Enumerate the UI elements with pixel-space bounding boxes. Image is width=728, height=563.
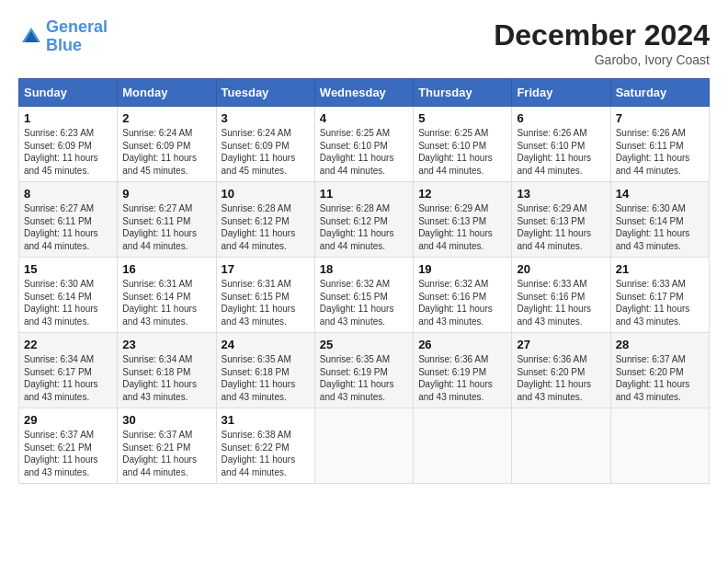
day-number: 13 — [517, 187, 605, 201]
calendar-header-row: SundayMondayTuesdayWednesdayThursdayFrid… — [19, 79, 710, 107]
calendar-cell: 7Sunrise: 6:26 AMSunset: 6:11 PMDaylight… — [610, 107, 709, 182]
title-block: December 2024 Garobo, Ivory Coast — [494, 18, 710, 67]
logo-text: General Blue — [46, 18, 108, 55]
day-number: 18 — [320, 262, 408, 276]
day-info: Sunrise: 6:24 AMSunset: 6:09 PMDaylight:… — [122, 127, 210, 177]
page: General Blue December 2024 Garobo, Ivory… — [0, 0, 728, 563]
day-number: 21 — [616, 262, 704, 276]
col-header-sunday: Sunday — [19, 79, 118, 107]
calendar-cell: 29Sunrise: 6:37 AMSunset: 6:21 PMDayligh… — [19, 408, 118, 484]
calendar-cell: 17Sunrise: 6:31 AMSunset: 6:15 PMDayligh… — [216, 258, 314, 333]
calendar-cell: 24Sunrise: 6:35 AMSunset: 6:18 PMDayligh… — [216, 333, 314, 408]
col-header-saturday: Saturday — [610, 79, 709, 107]
day-info: Sunrise: 6:23 AMSunset: 6:09 PMDaylight:… — [24, 127, 112, 177]
day-number: 24 — [222, 338, 310, 351]
day-info: Sunrise: 6:24 AMSunset: 6:09 PMDaylight:… — [222, 127, 310, 177]
calendar-cell: 21Sunrise: 6:33 AMSunset: 6:17 PMDayligh… — [610, 258, 709, 333]
day-info: Sunrise: 6:33 AMSunset: 6:17 PMDaylight:… — [616, 278, 704, 327]
day-info: Sunrise: 6:26 AMSunset: 6:11 PMDaylight:… — [616, 127, 704, 177]
calendar-cell: 20Sunrise: 6:33 AMSunset: 6:16 PMDayligh… — [512, 258, 610, 333]
calendar-table: SundayMondayTuesdayWednesdayThursdayFrid… — [18, 78, 710, 484]
calendar-cell: 11Sunrise: 6:28 AMSunset: 6:12 PMDayligh… — [314, 182, 413, 258]
day-info: Sunrise: 6:35 AMSunset: 6:18 PMDaylight:… — [222, 353, 310, 403]
calendar-cell: 15Sunrise: 6:30 AMSunset: 6:14 PMDayligh… — [19, 258, 118, 333]
calendar-cell: 18Sunrise: 6:32 AMSunset: 6:15 PMDayligh… — [314, 258, 413, 333]
day-info: Sunrise: 6:29 AMSunset: 6:13 PMDaylight:… — [517, 202, 605, 252]
day-info: Sunrise: 6:38 AMSunset: 6:22 PMDaylight:… — [222, 429, 310, 478]
calendar-cell — [512, 408, 610, 484]
day-info: Sunrise: 6:27 AMSunset: 6:11 PMDaylight:… — [122, 202, 210, 252]
day-info: Sunrise: 6:34 AMSunset: 6:17 PMDaylight:… — [24, 353, 112, 403]
day-number: 12 — [418, 187, 506, 201]
day-number: 28 — [616, 338, 704, 351]
day-info: Sunrise: 6:36 AMSunset: 6:19 PMDaylight:… — [418, 353, 506, 403]
day-number: 30 — [122, 413, 210, 427]
day-number: 4 — [320, 111, 408, 125]
day-info: Sunrise: 6:36 AMSunset: 6:20 PMDaylight:… — [517, 353, 605, 403]
day-number: 8 — [24, 187, 112, 201]
day-number: 31 — [222, 413, 310, 427]
day-number: 5 — [418, 111, 506, 125]
calendar-week-row: 8Sunrise: 6:27 AMSunset: 6:11 PMDaylight… — [19, 182, 710, 258]
day-info: Sunrise: 6:34 AMSunset: 6:18 PMDaylight:… — [122, 353, 210, 403]
day-number: 27 — [517, 338, 605, 351]
location: Garobo, Ivory Coast — [494, 52, 710, 67]
calendar-cell: 14Sunrise: 6:30 AMSunset: 6:14 PMDayligh… — [610, 182, 709, 258]
day-info: Sunrise: 6:35 AMSunset: 6:19 PMDaylight:… — [320, 353, 408, 403]
day-number: 9 — [122, 187, 210, 201]
day-number: 29 — [24, 413, 112, 427]
calendar-week-row: 15Sunrise: 6:30 AMSunset: 6:14 PMDayligh… — [19, 258, 710, 333]
calendar-cell — [414, 408, 512, 484]
calendar-week-row: 1Sunrise: 6:23 AMSunset: 6:09 PMDaylight… — [19, 107, 710, 182]
calendar-cell: 2Sunrise: 6:24 AMSunset: 6:09 PMDaylight… — [118, 107, 216, 182]
logo-line2: Blue — [46, 36, 82, 54]
calendar-cell: 6Sunrise: 6:26 AMSunset: 6:10 PMDaylight… — [512, 107, 610, 182]
calendar-cell: 8Sunrise: 6:27 AMSunset: 6:11 PMDaylight… — [19, 182, 118, 258]
day-number: 15 — [24, 262, 112, 276]
day-number: 7 — [616, 111, 704, 125]
calendar-cell: 1Sunrise: 6:23 AMSunset: 6:09 PMDaylight… — [19, 107, 118, 182]
day-info: Sunrise: 6:25 AMSunset: 6:10 PMDaylight:… — [418, 127, 506, 177]
day-number: 3 — [222, 111, 310, 125]
logo-line1: General — [46, 17, 108, 36]
calendar-cell: 28Sunrise: 6:37 AMSunset: 6:20 PMDayligh… — [610, 333, 709, 408]
day-info: Sunrise: 6:37 AMSunset: 6:21 PMDaylight:… — [24, 429, 112, 478]
day-number: 26 — [418, 338, 506, 351]
calendar-cell: 16Sunrise: 6:31 AMSunset: 6:14 PMDayligh… — [118, 258, 216, 333]
day-number: 2 — [122, 111, 210, 125]
day-number: 19 — [418, 262, 506, 276]
logo: General Blue — [18, 18, 108, 55]
calendar-cell: 27Sunrise: 6:36 AMSunset: 6:20 PMDayligh… — [512, 333, 610, 408]
calendar-cell: 5Sunrise: 6:25 AMSunset: 6:10 PMDaylight… — [414, 107, 512, 182]
calendar-cell — [314, 408, 413, 484]
day-number: 16 — [122, 262, 210, 276]
calendar-cell: 25Sunrise: 6:35 AMSunset: 6:19 PMDayligh… — [314, 333, 413, 408]
header: General Blue December 2024 Garobo, Ivory… — [18, 18, 710, 67]
calendar-week-row: 29Sunrise: 6:37 AMSunset: 6:21 PMDayligh… — [19, 408, 710, 484]
day-info: Sunrise: 6:32 AMSunset: 6:15 PMDaylight:… — [320, 278, 408, 327]
calendar-cell: 26Sunrise: 6:36 AMSunset: 6:19 PMDayligh… — [414, 333, 512, 408]
day-info: Sunrise: 6:28 AMSunset: 6:12 PMDaylight:… — [320, 202, 408, 252]
logo-icon — [18, 24, 44, 50]
calendar-cell — [610, 408, 709, 484]
calendar-cell: 3Sunrise: 6:24 AMSunset: 6:09 PMDaylight… — [216, 107, 314, 182]
day-info: Sunrise: 6:37 AMSunset: 6:20 PMDaylight:… — [616, 353, 704, 403]
day-info: Sunrise: 6:26 AMSunset: 6:10 PMDaylight:… — [517, 127, 605, 177]
day-number: 20 — [517, 262, 605, 276]
calendar-cell: 13Sunrise: 6:29 AMSunset: 6:13 PMDayligh… — [512, 182, 610, 258]
day-info: Sunrise: 6:37 AMSunset: 6:21 PMDaylight:… — [122, 429, 210, 478]
calendar-cell: 4Sunrise: 6:25 AMSunset: 6:10 PMDaylight… — [314, 107, 413, 182]
month-title: December 2024 — [494, 18, 710, 52]
day-number: 6 — [517, 111, 605, 125]
col-header-monday: Monday — [118, 79, 216, 107]
day-info: Sunrise: 6:31 AMSunset: 6:14 PMDaylight:… — [122, 278, 210, 327]
day-info: Sunrise: 6:31 AMSunset: 6:15 PMDaylight:… — [222, 278, 310, 327]
day-number: 25 — [320, 338, 408, 351]
col-header-wednesday: Wednesday — [314, 79, 413, 107]
calendar-cell: 30Sunrise: 6:37 AMSunset: 6:21 PMDayligh… — [118, 408, 216, 484]
day-info: Sunrise: 6:32 AMSunset: 6:16 PMDaylight:… — [418, 278, 506, 327]
day-number: 22 — [24, 338, 112, 351]
day-number: 17 — [222, 262, 310, 276]
day-info: Sunrise: 6:28 AMSunset: 6:12 PMDaylight:… — [222, 202, 310, 252]
day-info: Sunrise: 6:30 AMSunset: 6:14 PMDaylight:… — [616, 202, 704, 252]
